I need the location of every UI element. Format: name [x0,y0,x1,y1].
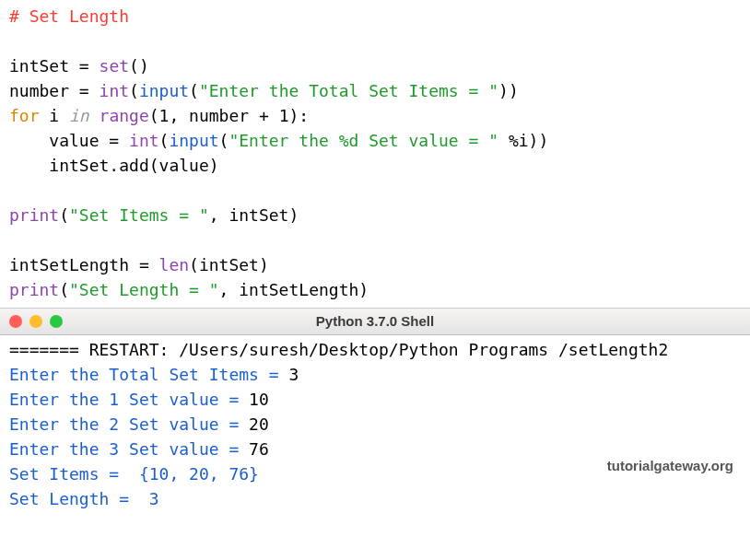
code-text: , intSetLength) [219,280,369,299]
code-func: input [139,81,189,100]
code-func: input [169,131,218,150]
code-text: ( [189,81,199,100]
input-value: 20 [249,414,269,434]
code-text: ( [129,81,139,100]
shell-titlebar: Python 3.7.0 Shell [0,308,750,335]
code-string: "Set Items = " [69,205,209,225]
code-text: ( [59,280,69,299]
code-comment: # Set Length [9,6,129,26]
watermark: tutorialgateway.org [607,456,733,477]
input-value: 10 [249,390,269,409]
code-text: ( [159,131,170,150]
restart-marker: ======= [9,340,79,359]
shell-output: ======= RESTART: /Users/suresh/Desktop/P… [0,335,750,513]
code-text [89,106,100,125]
code-text: intSet.add(value) [9,156,219,175]
prompt-text: Enter the 3 Set value = [9,439,249,459]
code-keyword: in [69,106,89,125]
code-text: () [129,56,149,76]
code-string: "Enter the %d Set value = " [229,131,498,150]
code-text: )) [498,81,519,100]
restart-line: RESTART: /Users/suresh/Desktop/Python Pr… [79,340,668,359]
shell-title: Python 3.7.0 Shell [0,311,750,332]
output-line: Set Length = 3 [9,489,159,508]
prompt-text: Enter the 2 Set value = [9,414,249,434]
code-text: value = [9,131,129,150]
code-builtin: int [129,131,159,150]
code-builtin: set [100,56,130,76]
code-text: i [40,106,70,125]
code-text: (1, number + 1): [149,106,309,125]
code-text: ( [219,131,229,150]
minimize-icon[interactable] [29,315,42,328]
code-builtin: print [9,205,59,225]
code-string: "Enter the Total Set Items = " [199,81,498,100]
code-builtin: print [9,280,59,299]
code-builtin: range [100,106,149,125]
code-text: number = [9,81,100,100]
code-builtin: int [100,81,130,100]
code-string: "Set Length = " [69,280,219,299]
output-line: Set Items = {10, 20, 76} [9,464,259,484]
close-icon[interactable] [9,315,22,328]
code-text: intSetLength = [9,255,159,274]
code-keyword: for [9,106,40,125]
code-text: (intSet) [189,255,269,274]
code-text: , intSet) [209,205,299,225]
code-text: %i)) [498,131,548,150]
code-text: intSet = [9,56,100,76]
code-builtin: len [159,255,190,274]
maximize-icon[interactable] [50,315,63,328]
prompt-text: Enter the Total Set Items = [9,365,288,384]
window-controls [9,315,63,328]
code-text: ( [59,205,69,225]
prompt-text: Enter the 1 Set value = [9,390,249,409]
code-editor: # Set Length intSet = set() number = int… [0,0,750,308]
input-value: 3 [288,365,299,384]
input-value: 76 [249,439,269,459]
